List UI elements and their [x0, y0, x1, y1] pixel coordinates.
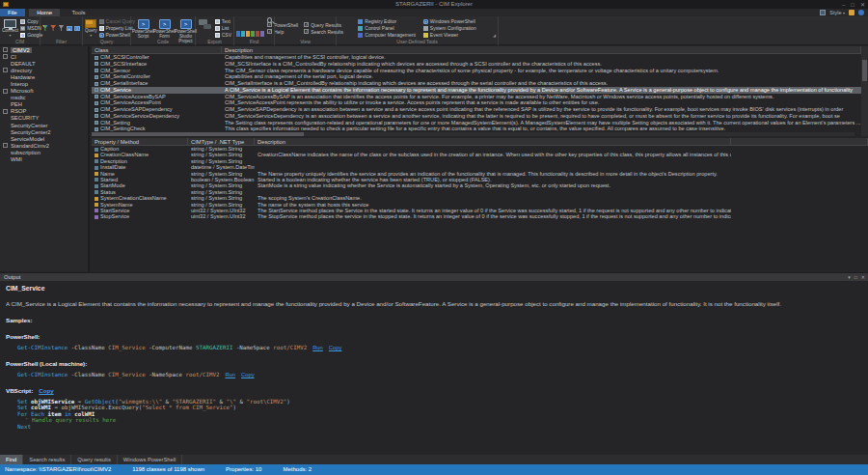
- expand-toggle-icon[interactable]: [3, 47, 8, 52]
- tab-home[interactable]: Home: [29, 9, 60, 16]
- export-list-button[interactable]: List: [215, 25, 231, 31]
- copy-link[interactable]: Copy: [329, 345, 342, 350]
- google-button[interactable]: GGoogle: [20, 32, 42, 38]
- filter-color-icon[interactable]: [42, 25, 48, 31]
- expand-toggle-icon[interactable]: [3, 54, 8, 59]
- property-row-StopService[interactable]: StopServiceuint32 / System.UInt32The Sto…: [92, 213, 868, 219]
- control-panel-button[interactable]: Control Panel: [358, 25, 416, 31]
- run-link[interactable]: Run: [225, 372, 235, 377]
- msdn-button[interactable]: MMSDN: [20, 25, 42, 31]
- expand-toggle-icon[interactable]: [3, 109, 8, 114]
- class-list-vertical-scrollbar[interactable]: [861, 46, 868, 136]
- column-header-description[interactable]: Description: [222, 46, 861, 53]
- scrollbar-thumb[interactable]: [862, 60, 867, 81]
- powershell-script-button[interactable]: > PowerShell Script: [133, 17, 153, 39]
- tree-item-wmi[interactable]: WMI: [0, 156, 88, 163]
- dialog-launcher-icon[interactable]: ◢: [493, 33, 496, 38]
- class-row-CIM_ServiceSAPDependency[interactable]: CIM_ServiceSAPDependencyCIM_ServiceSAPDe…: [92, 106, 861, 113]
- property-list-button[interactable]: Property List: [99, 25, 136, 31]
- copy-button[interactable]: Copy: [20, 18, 42, 24]
- class-row-CIM_ServiceAccessPoint[interactable]: CIM_ServiceAccessPointCIM_ServiceAccessP…: [92, 99, 861, 106]
- class-row-CIM_SerialInterface[interactable]: CIM_SerialInterfaceCIM_SerialInterface i…: [92, 80, 861, 87]
- find-property-icon[interactable]: [241, 31, 245, 37]
- tree-item-directory[interactable]: directory: [0, 67, 88, 73]
- system-configuration-button[interactable]: System Configuration: [423, 25, 476, 31]
- tree-item-ci[interactable]: CI: [0, 53, 88, 60]
- export-csv-button[interactable]: CSV: [215, 32, 231, 38]
- theme-icon[interactable]: [849, 10, 854, 15]
- column-header-class[interactable]: Class: [92, 46, 222, 53]
- filter-apply-icon[interactable]: [50, 25, 56, 31]
- filter-compare-icon[interactable]: ≡: [74, 26, 80, 31]
- computer-management-button[interactable]: Computer Management: [358, 32, 416, 38]
- class-row-CIM_ServiceServiceDependency[interactable]: CIM_ServiceServiceDependencyCIM_ServiceS…: [92, 113, 861, 120]
- export-text-button[interactable]: Text: [215, 18, 231, 24]
- bottom-tab-windows-powershell[interactable]: Windows PowerShell: [118, 455, 182, 464]
- bottom-tab-query-results[interactable]: Query results: [71, 455, 117, 464]
- quick-access-icon[interactable]: [820, 10, 826, 15]
- powershell-form-button[interactable]: > PowerShell Form: [154, 17, 175, 39]
- class-name-cell: CIM_Sensor: [92, 68, 222, 74]
- bottom-tab-find[interactable]: Find: [0, 455, 23, 464]
- find-class-icon[interactable]: [236, 31, 240, 37]
- tree-item-microsoft[interactable]: Microsoft: [0, 88, 88, 95]
- tree-item-securitycenter2[interactable]: SecurityCenter2: [0, 128, 88, 135]
- class-row-CIM_SCSIInterface[interactable]: CIM_SCSIInterfaceCIM_SCSIInterface is a …: [92, 61, 861, 68]
- event-viewer-button[interactable]: Event Viewer: [423, 32, 476, 38]
- powershell-studio-project-button[interactable]: > PowerShell Studio Project: [176, 17, 196, 39]
- class-icon: [95, 69, 98, 72]
- tree-item-rsop[interactable]: RSOP: [0, 108, 88, 115]
- run-link[interactable]: Run: [312, 345, 323, 350]
- scrollbar-thumb[interactable]: [92, 132, 304, 136]
- close-button[interactable]: ✕: [860, 1, 865, 8]
- tree-item-hardware[interactable]: Hardware: [0, 73, 88, 80]
- class-row-CIM_SCSIController[interactable]: CIM_SCSIControllerCapabilities and manag…: [92, 54, 861, 61]
- copy-link[interactable]: Copy: [241, 372, 255, 377]
- class-row-CIM_Sensor[interactable]: CIM_SensorThe CIM_Sensor class represent…: [92, 68, 861, 74]
- style-selector[interactable]: Style ▾: [829, 10, 845, 15]
- vbscript-copy-link[interactable]: Copy: [39, 387, 53, 394]
- powershell-query-button[interactable]: >PowerShell: [99, 32, 136, 38]
- find-event-icon[interactable]: [251, 31, 255, 37]
- tree-item-standardcimv2[interactable]: StandardCimv2: [0, 142, 88, 149]
- query-button[interactable]: Query ▾: [85, 17, 97, 39]
- class-description-cell: CIM_ServiceSAPDependency is an associati…: [222, 106, 861, 113]
- search-icon[interactable]: [267, 17, 272, 23]
- tree-item-subscription[interactable]: subscription: [0, 149, 88, 155]
- find-description-icon[interactable]: [260, 31, 264, 37]
- find-namespace-icon[interactable]: [256, 31, 259, 37]
- class-row-CIM_Setting[interactable]: CIM_SettingThe Setting class represents …: [92, 120, 861, 126]
- tree-item-securitycenter[interactable]: SecurityCenter: [0, 122, 88, 128]
- class-row-CIM_Service[interactable]: CIM_ServiceA CIM_Service is a Logical El…: [92, 87, 861, 94]
- find-method-icon[interactable]: [246, 31, 250, 37]
- info-icon[interactable]: [858, 10, 864, 15]
- tree-item-interop[interactable]: Interop: [0, 80, 88, 87]
- code-token: CIM_Service: [108, 345, 145, 350]
- class-list-horizontal-scrollbar[interactable]: [92, 132, 854, 136]
- bottom-tab-search-results[interactable]: Search results: [23, 455, 71, 464]
- column-header-cimtype[interactable]: CIMType / .NET Type: [188, 138, 255, 145]
- maximize-button[interactable]: □: [851, 2, 854, 8]
- windows-powershell-button[interactable]: >Windows PowerShell: [423, 18, 476, 24]
- tree-item-peh[interactable]: PEH: [0, 101, 88, 108]
- expand-toggle-icon[interactable]: [3, 89, 8, 94]
- connect-button[interactable]: Connect ▾: [2, 17, 18, 39]
- tab-tools[interactable]: Tools: [65, 9, 94, 16]
- tree-item-servicemodel[interactable]: ServiceModel: [0, 135, 88, 142]
- tree-item-default[interactable]: DEFAULT: [0, 60, 88, 67]
- tab-file[interactable]: File: [0, 9, 25, 16]
- class-row-CIM_ServiceAccessBySAP[interactable]: CIM_ServiceAccessBySAPCIM_ServiceAccessB…: [92, 94, 861, 100]
- registry-editor-button[interactable]: Registry Editor: [358, 18, 416, 24]
- column-header-property-method[interactable]: Property / Method: [92, 138, 188, 145]
- column-header-description[interactable]: Description: [255, 138, 731, 145]
- class-row-CIM_SettingCheck[interactable]: CIM_SettingCheckThis class specifies inf…: [92, 126, 861, 132]
- class-row-CIM_SerialController[interactable]: CIM_SerialControllerCapabilities and man…: [92, 73, 861, 80]
- minimize-button[interactable]: –: [842, 2, 845, 8]
- expand-toggle-icon[interactable]: [3, 68, 8, 72]
- expand-toggle-icon[interactable]: [3, 143, 8, 148]
- filter-equals-icon[interactable]: =: [67, 26, 72, 31]
- tree-item-msdtc[interactable]: msdtc: [0, 95, 88, 101]
- filter-clear-icon[interactable]: [59, 25, 65, 31]
- tree-item-security[interactable]: SECURITY: [0, 115, 88, 122]
- tree-item-cimv2[interactable]: CIMV2: [0, 46, 88, 53]
